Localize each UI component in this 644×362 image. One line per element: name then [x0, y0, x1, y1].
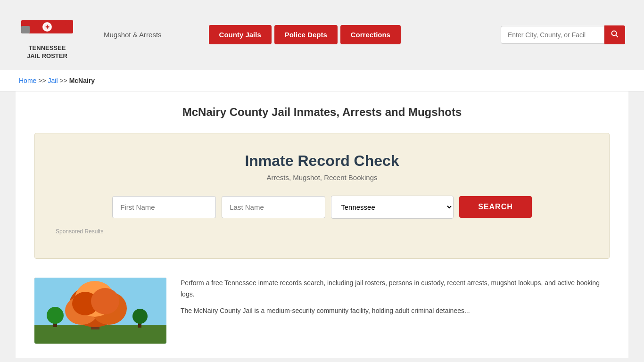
breadcrumb: Home >> Jail >> McNairy [0, 70, 644, 91]
breadcrumb-current: McNairy [69, 77, 95, 84]
bottom-paragraph-2: The McNairy County Jail is a medium-secu… [181, 305, 610, 317]
bottom-image [34, 278, 166, 344]
svg-rect-5 [65, 20, 73, 25]
svg-line-8 [616, 35, 619, 37]
main-content: McNairy County Jail Inmates, Arrests and… [16, 91, 628, 358]
breadcrumb-sep1: >> [38, 77, 48, 84]
svg-point-19 [47, 307, 64, 324]
nav-buttons: County Jails Police Depts Corrections [209, 25, 401, 44]
record-search-button[interactable]: SEARCH [459, 196, 532, 218]
mugshot-arrests-link[interactable]: Mugshot & Arrests [104, 31, 162, 39]
bottom-description: Perform a free Tennessee inmate records … [181, 278, 610, 322]
record-check-form: AlabamaAlaskaArizonaArkansasCaliforniaCo… [54, 196, 590, 219]
logo-svg: ✦ [19, 9, 75, 42]
logo-area: ✦ TENNESSEE JAIL ROSTER [19, 9, 75, 60]
svg-point-7 [612, 31, 617, 35]
svg-rect-4 [21, 26, 30, 33]
record-check-box: Inmate Record Check Arrests, Mugshot, Re… [34, 133, 610, 259]
state-select[interactable]: AlabamaAlaskaArizonaArkansasCaliforniaCo… [331, 196, 454, 219]
bottom-paragraph-1: Perform a free Tennessee inmate records … [181, 278, 610, 300]
record-check-subtitle: Arrests, Mugshot, Recent Bookings [54, 173, 590, 181]
first-name-input[interactable] [112, 196, 216, 218]
sponsored-label: Sponsored Results [54, 228, 590, 235]
svg-point-17 [91, 288, 119, 314]
last-name-input[interactable] [222, 196, 325, 218]
bottom-section: Perform a free Tennessee inmate records … [34, 278, 610, 344]
page-title: McNairy County Jail Inmates, Arrests and… [34, 106, 610, 119]
county-jails-button[interactable]: County Jails [209, 25, 272, 44]
svg-text:✦: ✦ [45, 24, 50, 31]
police-depts-button[interactable]: Police Depts [274, 25, 338, 44]
corrections-button[interactable]: Corrections [340, 25, 401, 44]
svg-point-21 [132, 309, 148, 324]
breadcrumb-home[interactable]: Home [19, 77, 36, 84]
logo-text: TENNESSEE JAIL ROSTER [27, 44, 67, 60]
header-search-button[interactable] [604, 25, 625, 44]
breadcrumb-sep2: >> [59, 77, 69, 84]
search-icon [611, 30, 619, 38]
breadcrumb-jail[interactable]: Jail [48, 77, 58, 84]
site-header: ✦ TENNESSEE JAIL ROSTER Mugshot & Arrest… [0, 0, 644, 70]
header-search-area [501, 25, 625, 44]
header-search-input[interactable] [501, 26, 604, 44]
tree-illustration [34, 278, 166, 344]
record-check-title: Inmate Record Check [54, 152, 590, 170]
svg-rect-3 [21, 20, 30, 26]
svg-rect-10 [34, 325, 166, 344]
